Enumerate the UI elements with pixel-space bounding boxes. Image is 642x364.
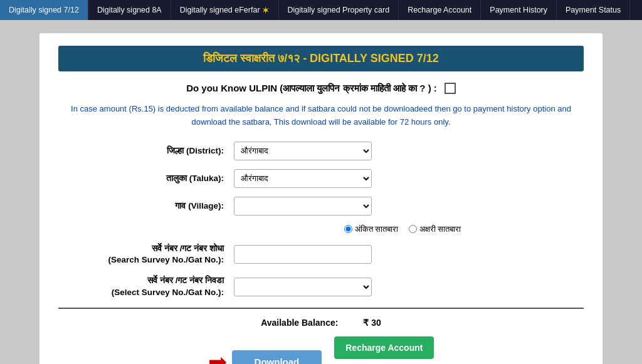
search-survey-label: सर्वे नंबर /गट नंबर शोधा(Search Survey N… [71,243,234,267]
main-area: डिजिटल स्वाक्षरीत ७/१२ - DIGITALLY SIGNE… [0,20,642,364]
nav-label-eferfar: Digitally signed eFerfar [180,6,260,14]
recharge-account-button[interactable]: Recharge Account [334,336,434,359]
nav-label-property-card: Digitally signed Property card [288,6,390,14]
info-text: In case amount (Rs.15) is deducted from … [58,103,584,129]
nav-label-recharge-account: Recharge Account [408,6,471,14]
district-select[interactable]: औरंगाबाद [234,142,372,160]
district-row: जिल्हा (District): औरंगाबाद [71,142,571,160]
right-buttons: Recharge Account रीसेट करा / Reset [334,336,434,364]
village-label: गाव (Village): [71,201,234,211]
nav-item-digitally-signed-8a[interactable]: Digitally signed 8A [88,0,171,20]
download-button[interactable]: Download [232,350,322,364]
balance-row: Available Balance: ₹ 30 [58,318,584,328]
ulpin-checkbox[interactable] [445,83,456,94]
red-arrow-icon: ➡ [208,351,227,364]
village-select[interactable] [234,197,372,216]
nav-item-payment-status[interactable]: Payment Status [557,0,630,20]
nav-item-eferfar[interactable]: Digitally signed eFerfar ✶ [171,0,279,20]
select-survey-label: सर्वे नंबर /गट नंबर निवडा(Select Survey … [71,275,234,299]
nav-label-payment-history: Payment History [490,6,547,14]
ulpin-label: Do you Know ULPIN (आपल्याला युलपिन क्रमा… [186,83,437,94]
nav-item-digitally-signed-712[interactable]: Digitally signed 7/12 [0,0,88,20]
nav-label-8a: Digitally signed 8A [97,6,162,14]
taluka-row: तालुका (Taluka): औरंगाबाद [71,169,571,188]
nav-label-712: Digitally signed 7/12 [9,6,79,14]
nav-label-payment-status: Payment Status [566,6,621,14]
district-label: जिल्हा (District): [71,146,234,156]
top-navigation: Digitally signed 7/12 Digitally signed 8… [0,0,642,20]
select-survey-select[interactable] [234,278,372,296]
title-banner: डिजिटल स्वाक्षरीत ७/१२ - DIGITALLY SIGNE… [58,46,584,71]
nav-item-recharge-account[interactable]: Recharge Account [399,0,481,20]
buttons-row: ➡ Download Recharge Account रीसेट करा / … [58,336,584,364]
radio-ankit-input[interactable] [344,225,352,233]
section-divider [58,308,584,309]
balance-value: ₹ 30 [363,318,381,328]
taluka-label: तालुका (Taluka): [71,174,234,184]
form-section: जिल्हा (District): औरंगाबाद तालुका (Talu… [58,142,584,299]
taluka-select[interactable]: औरंगाबाद [234,169,372,188]
radio-ankit-label: अंकित सातबारा [355,224,399,234]
radio-akshari-label: अक्षरी सातबारा [419,224,461,234]
main-card: डिजिटल स्वाक्षरीत ७/१२ - DIGITALLY SIGNE… [39,33,603,364]
balance-label: Available Balance: [261,318,338,328]
radio-akshari-input[interactable] [409,225,417,233]
search-survey-input[interactable] [234,245,372,264]
radio-row: अंकित सातबारा अक्षरी सातबारा [234,224,571,234]
star-icon: ✶ [261,4,270,16]
title-text: डिजिटल स्वाक्षरीत ७/१२ - DIGITALLY SIGNE… [203,52,439,65]
nav-item-property-card[interactable]: Digitally signed Property card [279,0,399,20]
select-survey-row: सर्वे नंबर /गट नंबर निवडा(Select Survey … [71,275,571,299]
search-survey-row: सर्वे नंबर /गट नंबर शोधा(Search Survey N… [71,243,571,267]
nav-item-payment-history[interactable]: Payment History [481,0,557,20]
village-row: गाव (Village): [71,197,571,216]
radio-akshari[interactable]: अक्षरी सातबारा [409,224,461,234]
radio-ankit[interactable]: अंकित सातबारा [344,224,399,234]
ulpin-row: Do you Know ULPIN (आपल्याला युलपिन क्रमा… [58,83,584,94]
download-section: ➡ Download [208,350,322,364]
